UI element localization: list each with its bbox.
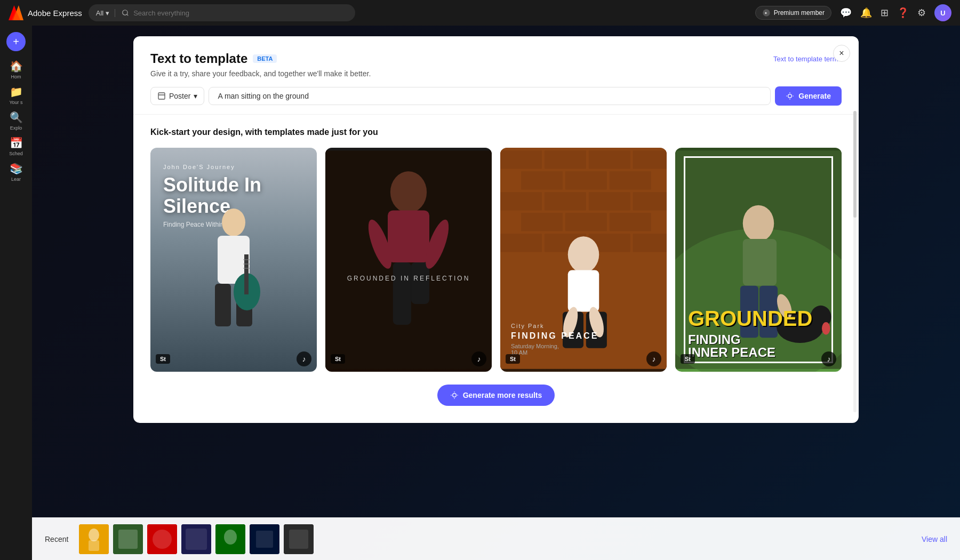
music-badge-2: ♪ <box>471 351 486 366</box>
sidebar-item-learn[interactable]: 📚 Lear <box>4 160 28 183</box>
search-icon <box>122 9 129 17</box>
search-filter-label: All <box>96 9 103 17</box>
svg-rect-39 <box>545 192 586 210</box>
template-search-input[interactable] <box>209 87 771 105</box>
recent-thumb-2[interactable] <box>113 524 143 554</box>
sidebar-item-explore[interactable]: 🔍 Explo <box>4 109 28 132</box>
template-card-2[interactable]: GROUNDED IN REFLECTION St ♪ <box>325 148 492 372</box>
recent-thumb-3[interactable] <box>147 524 177 554</box>
modal-scrollbar[interactable] <box>853 111 857 412</box>
svg-line-4 <box>127 14 129 16</box>
modal-close-button[interactable]: × <box>833 45 850 62</box>
svg-rect-33 <box>589 150 630 169</box>
svg-point-71 <box>89 529 99 541</box>
sidebar-item-your-stuff[interactable]: 📁 Your s <box>4 83 28 107</box>
svg-rect-41 <box>633 192 667 210</box>
premium-icon: ✦ <box>762 9 771 17</box>
svg-rect-82 <box>256 531 273 548</box>
view-all-button[interactable]: View all <box>922 535 947 543</box>
tpl-3-content: City Park FINDING PEACE Saturday Morning… <box>511 323 656 356</box>
chat-icon[interactable]: 💬 <box>840 7 852 19</box>
schedule-icon: 📅 <box>10 137 23 149</box>
svg-rect-31 <box>500 150 542 169</box>
search-filter-dropdown[interactable]: All ▾ <box>96 9 115 17</box>
svg-point-76 <box>153 530 172 549</box>
app-name: Adobe Express <box>28 9 82 18</box>
st-badge-3: St <box>506 354 520 364</box>
svg-point-80 <box>224 530 237 545</box>
svg-point-3 <box>123 10 127 15</box>
tpl-3-event: FINDING PEACE <box>511 331 656 341</box>
svg-rect-19 <box>244 254 249 294</box>
template-card-3[interactable]: City Park FINDING PEACE Saturday Morning… <box>500 148 667 372</box>
explore-icon: 🔍 <box>10 111 23 124</box>
generate-more-button[interactable]: Generate more results <box>437 385 555 406</box>
apps-icon[interactable]: ⊞ <box>881 7 889 19</box>
generate-button-label: Generate <box>798 92 831 100</box>
generate-button[interactable]: Generate <box>775 86 842 106</box>
terms-link[interactable]: Text to template terms <box>773 55 842 63</box>
avatar[interactable]: U <box>934 4 951 21</box>
sidebar-item-schedule[interactable]: 📅 Sched <box>4 134 28 158</box>
svg-rect-38 <box>500 192 542 210</box>
sidebar-item-home[interactable]: 🏠 Hom <box>4 58 28 81</box>
generate-icon <box>786 92 794 100</box>
add-new-button[interactable]: + <box>6 32 26 51</box>
modal-header: Text to template BETA Text to template t… <box>133 36 859 115</box>
help-icon[interactable]: ❓ <box>897 7 909 19</box>
tpl-4-main-title: GROUNDED <box>688 308 829 329</box>
modal-title-row: Text to template BETA Text to template t… <box>150 51 842 66</box>
sidebar-label-explore: Explo <box>10 125 22 131</box>
svg-rect-7 <box>158 93 165 99</box>
section-title: Kick-start your design, with templates m… <box>150 127 842 137</box>
tpl-1-subtitle: John Doe'S Journey <box>163 164 304 170</box>
chevron-down-icon: ▾ <box>194 92 197 100</box>
home-icon: 🏠 <box>10 60 23 73</box>
recent-thumb-4[interactable] <box>181 524 211 554</box>
svg-point-9 <box>788 94 792 98</box>
tpl-3-venue: City Park <box>511 323 656 329</box>
svg-rect-16 <box>215 284 231 326</box>
recent-thumb-1[interactable] <box>79 524 109 554</box>
recent-thumb-7[interactable] <box>284 524 314 554</box>
svg-rect-74 <box>118 530 138 549</box>
modal-title: Text to template <box>150 51 247 66</box>
search-bar[interactable]: All ▾ <box>89 4 355 21</box>
svg-text:✦: ✦ <box>764 11 767 15</box>
type-select-dropdown[interactable]: Poster ▾ <box>150 87 204 105</box>
svg-rect-27 <box>411 262 429 304</box>
svg-point-65 <box>452 394 456 397</box>
app-logo[interactable]: Adobe Express <box>9 5 82 20</box>
svg-point-24 <box>390 171 427 213</box>
top-navbar: Adobe Express All ▾ ✦ Premium member 💬 🔔… <box>0 0 960 26</box>
svg-rect-37 <box>610 171 651 189</box>
settings-icon[interactable]: ⚙ <box>917 7 926 19</box>
recent-thumb-5[interactable] <box>215 524 245 554</box>
svg-rect-26 <box>393 262 411 325</box>
search-input[interactable] <box>133 9 348 17</box>
card-4-badges: St ♪ <box>681 351 836 366</box>
svg-rect-32 <box>545 150 586 169</box>
svg-rect-43 <box>565 213 607 231</box>
beta-badge: BETA <box>253 54 277 63</box>
music-badge-1: ♪ <box>297 351 311 366</box>
svg-point-14 <box>222 209 245 236</box>
svg-point-49 <box>568 236 599 273</box>
template-card-1[interactable]: John Doe'S Journey Solitude In Silence F… <box>150 148 317 372</box>
plus-icon: + <box>13 36 19 48</box>
modal-subtitle: Give it a try, share your feedback, and … <box>150 69 842 78</box>
sidebar-label-home: Hom <box>11 74 21 79</box>
text-to-template-modal: Text to template BETA Text to template t… <box>133 36 859 423</box>
premium-badge[interactable]: ✦ Premium member <box>755 6 831 20</box>
st-badge-4: St <box>681 354 695 364</box>
template-card-4[interactable]: GROUNDED FINDINGINNER PEACE St ♪ <box>675 148 842 372</box>
modal-search-row: Poster ▾ Generate <box>150 86 842 106</box>
svg-rect-40 <box>589 192 630 210</box>
st-badge-2: St <box>331 354 345 364</box>
thumb-1-image <box>79 524 109 554</box>
type-select-value: Poster <box>169 92 190 100</box>
thumb-3-image <box>147 524 177 554</box>
notification-icon[interactable]: 🔔 <box>860 7 872 19</box>
recent-thumb-6[interactable] <box>250 524 279 554</box>
thumb-2-image <box>113 524 143 554</box>
